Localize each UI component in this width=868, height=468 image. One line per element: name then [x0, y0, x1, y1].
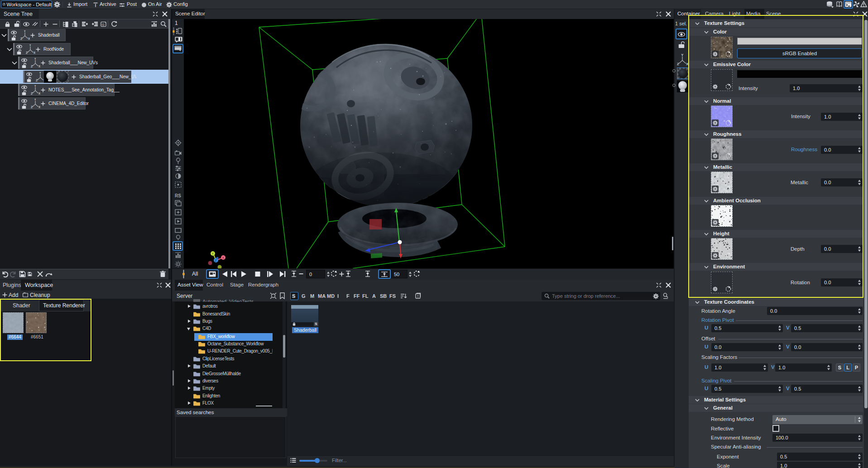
svg-text:Z: Z — [30, 64, 32, 67]
svg-text:X: X — [38, 64, 40, 67]
svg-text:Z: Z — [215, 259, 217, 262]
svg-text:Z: Z — [25, 51, 27, 54]
svg-text:Y: Y — [34, 99, 36, 101]
svg-text:Y: Y — [34, 58, 36, 60]
svg-text:Y: Y — [29, 44, 31, 47]
svg-text:X: X — [28, 37, 30, 40]
svg-text:X: X — [38, 105, 40, 108]
svg-text:Y: Y — [212, 252, 214, 255]
svg-text:Z: Z — [30, 105, 32, 108]
svg-text:Y: Y — [34, 85, 36, 87]
svg-text:Z: Z — [35, 78, 37, 81]
svg-text:X: X — [686, 62, 688, 66]
svg-text:Z: Z — [677, 62, 679, 66]
svg-text:X: X — [222, 256, 225, 259]
svg-text:G: G — [102, 23, 104, 26]
svg-text:Z: Z — [30, 91, 32, 95]
svg-text:Y: Y — [681, 54, 684, 57]
svg-text:Y: Y — [24, 30, 26, 33]
svg-text:X: X — [38, 91, 40, 95]
svg-text:Y: Y — [39, 72, 41, 74]
svg-text:RS: RS — [175, 193, 181, 198]
svg-text:Z: Z — [20, 37, 22, 40]
svg-text:X: X — [34, 51, 35, 54]
